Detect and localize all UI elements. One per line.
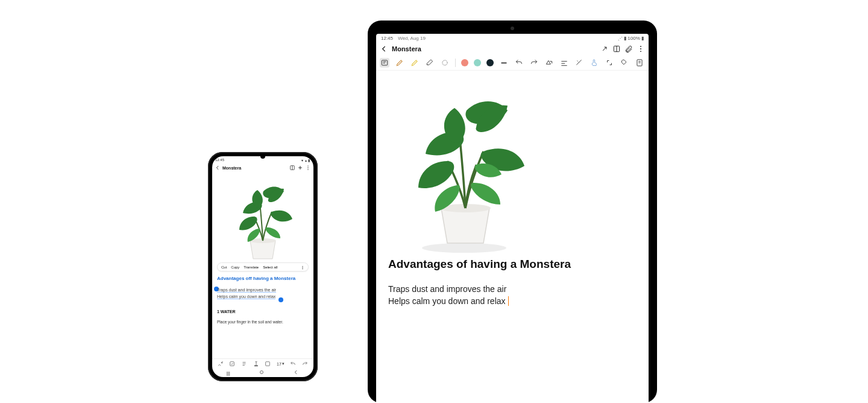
reader-mode-icon[interactable]	[289, 165, 295, 171]
svg-rect-5	[230, 362, 234, 366]
zoom-lock-icon[interactable]	[605, 58, 614, 68]
font-size-control[interactable]: 17▾	[277, 361, 285, 366]
svg-rect-7	[266, 362, 270, 366]
back-button[interactable]	[293, 369, 299, 376]
text-tool[interactable]	[380, 58, 389, 68]
pen-tool[interactable]	[395, 58, 404, 68]
svg-rect-13	[382, 60, 387, 65]
text-context-menu: Cut Copy Translate Select all ⋮	[217, 262, 309, 271]
font-color-icon[interactable]	[253, 361, 259, 367]
phone-format-toolbar: 17▾	[212, 358, 313, 369]
note-line-1[interactable]: Traps dust and improves the air	[388, 284, 506, 294]
more-icon[interactable]	[637, 45, 645, 53]
svg-rect-15	[501, 62, 506, 63]
tablet-status-time: 12:45	[381, 36, 393, 41]
note-heading[interactable]: Advantages of having a Monstera	[388, 258, 571, 271]
toolbar-divider	[455, 59, 456, 67]
svg-point-11	[640, 48, 641, 49]
undo-icon[interactable]	[290, 361, 296, 367]
lasso-tool[interactable]	[440, 58, 450, 68]
back-icon[interactable]	[215, 165, 221, 171]
phone-status-time: 12:45	[215, 158, 224, 162]
text-cursor	[508, 296, 509, 306]
context-cut[interactable]: Cut	[221, 265, 227, 269]
svg-rect-6	[254, 366, 257, 366]
tablet-status-right: ⋰ ▮ 100% ▮	[618, 36, 644, 41]
checkbox-icon[interactable]	[229, 361, 235, 367]
tablet-canvas[interactable]: Advantages of having a Monstera Traps du…	[376, 71, 649, 403]
font-size-value: 17	[277, 362, 281, 366]
tablet-device: 12:45 Wed, Aug 19 ⋰ ▮ 100% ▮ Monstera	[368, 21, 657, 403]
section-header[interactable]: 1 WATER	[217, 309, 236, 314]
phone-note-title: Monstera	[222, 166, 288, 170]
tablet-battery-text: 100%	[627, 36, 640, 41]
phone-canvas[interactable]: Cut Copy Translate Select all ⋮ Advantag…	[212, 172, 313, 358]
align-icon[interactable]	[559, 58, 569, 68]
home-button[interactable]	[259, 369, 265, 376]
plant-image	[399, 74, 532, 258]
svg-point-1	[307, 165, 308, 166]
tablet-camera	[511, 27, 514, 30]
reader-mode-icon[interactable]	[612, 45, 621, 53]
add-icon[interactable]	[297, 165, 303, 171]
finger-draw-icon[interactable]	[590, 58, 599, 68]
selected-heading[interactable]: Advantages off having a Monstera	[217, 276, 295, 281]
text-style-icon[interactable]	[241, 361, 247, 367]
note-line-2[interactable]: Helps calm you down and relax	[388, 296, 509, 306]
selected-line-1[interactable]: Traps dust and improves the air	[217, 288, 276, 293]
shape-convert-icon[interactable]	[544, 58, 554, 68]
straighten-icon[interactable]	[574, 58, 584, 68]
svg-point-3	[307, 169, 308, 170]
context-more-icon[interactable]: ⋮	[301, 265, 304, 269]
more-icon[interactable]	[305, 165, 311, 171]
handwriting-icon[interactable]	[218, 361, 224, 367]
section-body[interactable]: Place your finger in the soil and water.	[217, 320, 283, 324]
styles-icon[interactable]	[620, 58, 629, 68]
phone-screen: 12:45 ▾ ▴ ▮ Monstera	[212, 156, 313, 377]
phone-note-header: Monstera	[212, 163, 313, 172]
svg-point-10	[640, 46, 641, 47]
easy-writing-icon[interactable]	[635, 58, 644, 68]
back-icon[interactable]	[380, 45, 388, 53]
highlighter-tool[interactable]	[410, 58, 420, 68]
text-bg-icon[interactable]	[265, 361, 271, 367]
tablet-status-date: Wed, Aug 19	[398, 36, 426, 41]
stroke-width-tool[interactable]	[499, 58, 509, 68]
color-swatch-2[interactable]	[474, 59, 481, 66]
phone-device: 12:45 ▾ ▴ ▮ Monstera	[208, 152, 318, 381]
tablet-drawing-toolbar	[376, 56, 649, 71]
tablet-note-header: Monstera	[376, 42, 649, 56]
color-swatch-3[interactable]	[486, 59, 494, 66]
context-select-all[interactable]: Select all	[263, 265, 277, 269]
stage: 12:45 ▾ ▴ ▮ Monstera	[0, 0, 868, 403]
expand-icon[interactable]	[600, 45, 609, 53]
tablet-status-bar: 12:45 Wed, Aug 19 ⋰ ▮ 100% ▮	[376, 34, 649, 42]
selected-line-2[interactable]: Helps calm you down and relax	[217, 294, 275, 299]
redo-icon[interactable]	[302, 361, 308, 367]
context-copy[interactable]: Copy	[231, 265, 239, 269]
selection-handle-end[interactable]	[278, 297, 283, 302]
svg-point-14	[442, 60, 447, 65]
plant-image	[230, 173, 296, 266]
tablet-note-title: Monstera	[392, 45, 597, 52]
redo-icon[interactable]	[529, 58, 539, 68]
eraser-tool[interactable]	[425, 58, 435, 68]
svg-point-8	[260, 371, 263, 374]
svg-point-12	[640, 51, 641, 52]
note-line-2-text: Helps calm you down and relax	[388, 296, 506, 306]
undo-icon[interactable]	[514, 58, 524, 68]
color-swatch-1[interactable]	[461, 59, 468, 66]
phone-camera-notch	[260, 154, 265, 159]
phone-system-nav: |||	[212, 369, 313, 377]
tablet-screen: 12:45 Wed, Aug 19 ⋰ ▮ 100% ▮ Monstera	[376, 34, 649, 403]
context-translate[interactable]: Translate	[244, 265, 259, 269]
svg-point-2	[307, 167, 308, 168]
svg-point-17	[422, 243, 506, 253]
recents-button[interactable]: |||	[227, 370, 230, 376]
phone-status-right-icons: ▾ ▴ ▮	[301, 158, 310, 162]
attach-icon[interactable]	[624, 45, 633, 53]
